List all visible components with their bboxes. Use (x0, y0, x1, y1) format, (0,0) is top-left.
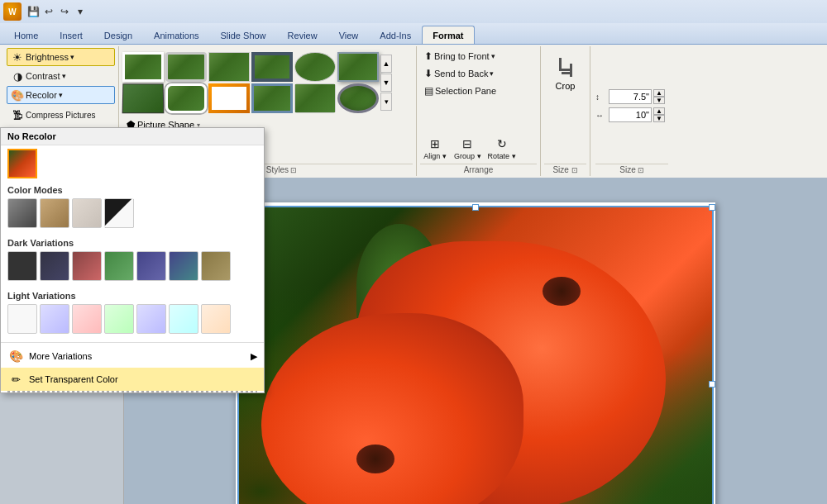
more-variations-item[interactable]: 🎨 More Variations ▶ (1, 345, 264, 368)
light-swatch-2[interactable] (40, 304, 69, 334)
office-button[interactable]: W (3, 2, 22, 21)
dark-swatch-6[interactable] (169, 251, 198, 281)
light-swatch-4[interactable] (104, 304, 134, 334)
rotate-button[interactable]: ↻ Rotate ▾ (485, 135, 519, 163)
bring-front-icon: ⬆ (424, 50, 433, 62)
dropdown-header: No Recolor (1, 128, 264, 145)
recolor-button[interactable]: 🎨 Recolor ▾ (7, 86, 115, 104)
dark-variations-grid (7, 251, 257, 281)
rotate-icon: ↻ (497, 137, 507, 150)
height-spin-down[interactable]: ▼ (653, 97, 665, 104)
width-input[interactable] (609, 107, 652, 122)
tab-format[interactable]: Format (422, 26, 474, 44)
style-thumb-5[interactable] (294, 52, 336, 82)
brightness-button[interactable]: ☀ Brightness ▾ (7, 48, 115, 66)
sepia-swatch[interactable] (40, 198, 69, 228)
contrast-icon: ◑ (11, 69, 24, 83)
tab-addins[interactable]: Add-Ins (369, 26, 422, 44)
style-thumb-6[interactable] (337, 52, 379, 82)
dark-variations-section: Dark Variations (1, 235, 264, 288)
style-thumb-3[interactable] (208, 52, 250, 82)
width-spin-up[interactable]: ▲ (653, 107, 665, 115)
style-thumb-8[interactable] (165, 83, 207, 113)
undo-qat-button[interactable]: ↩ (41, 4, 56, 19)
picture-image[interactable] (237, 206, 714, 504)
contrast-button[interactable]: ◑ Contrast ▾ (7, 67, 115, 85)
color-modes-title: Color Modes (7, 185, 257, 195)
send-back-button[interactable]: ⬇ Send to Back ▾ (420, 65, 537, 82)
height-input-row: ↕ ▲ ▼ (595, 89, 668, 104)
styles-scroll-up[interactable]: ▲ (380, 55, 392, 73)
styles-scroll-more[interactable]: ▾ (380, 93, 392, 111)
dropdown-dots-divider (7, 391, 257, 392)
styles-scroll-down[interactable]: ▼ (380, 74, 392, 92)
save-qat-button[interactable]: 💾 (26, 4, 41, 19)
compress-pictures-button[interactable]: 🗜 Compress Pictures (7, 106, 115, 124)
tab-animations[interactable]: Animations (143, 26, 209, 44)
group-button[interactable]: ⊟ Group ▾ (452, 135, 484, 163)
align-button[interactable]: ⊞ Align ▾ (420, 135, 450, 163)
selection-pane-icon: ▤ (424, 85, 433, 97)
style-thumb-7[interactable] (122, 83, 165, 113)
light-swatch-6[interactable] (169, 304, 198, 334)
washout-swatch[interactable] (72, 198, 102, 228)
black-white-swatch[interactable] (104, 198, 134, 228)
light-variations-title: Light Variations (7, 291, 257, 301)
style-thumb-9[interactable] (208, 83, 250, 113)
dark-swatch-1[interactable] (7, 251, 37, 281)
style-thumb-10[interactable] (251, 83, 293, 113)
tab-insert[interactable]: Insert (49, 26, 93, 44)
no-recolor-swatch[interactable] (7, 149, 37, 178)
picture-container[interactable] (237, 206, 714, 504)
crop-button[interactable]: Crop (547, 48, 585, 97)
dark-swatch-2[interactable] (40, 251, 69, 281)
tab-view[interactable]: View (328, 26, 370, 44)
dark-swatch-3[interactable] (72, 251, 102, 281)
style-thumb-4[interactable] (251, 52, 293, 82)
svg-rect-3 (562, 72, 572, 74)
selection-pane-button[interactable]: ▤ Selection Pane (420, 83, 537, 99)
recolor-dropdown: No Recolor Color Modes Dark Variations (0, 127, 265, 393)
no-recolor-section (1, 145, 264, 182)
picture-styles-expand-icon[interactable]: ⊡ (290, 166, 297, 174)
tab-home[interactable]: Home (3, 26, 49, 44)
tab-design[interactable]: Design (93, 26, 143, 44)
height-input[interactable] (609, 89, 652, 104)
style-thumb-1[interactable] (122, 52, 164, 82)
flower-center-main (543, 277, 581, 306)
style-thumb-2[interactable] (165, 52, 207, 82)
light-swatch-1[interactable] (7, 304, 37, 334)
dark-swatch-4[interactable] (104, 251, 134, 281)
style-thumb-12[interactable] (337, 83, 379, 113)
dark-swatch-7[interactable] (201, 251, 231, 281)
light-swatch-7[interactable] (201, 304, 231, 334)
light-swatch-3[interactable] (72, 304, 102, 334)
tab-review[interactable]: Review (277, 26, 328, 44)
set-transparent-item[interactable]: ✏ Set Transparent Color (1, 368, 264, 391)
crop-icon (552, 55, 579, 81)
width-spin-down[interactable]: ▼ (653, 115, 665, 122)
preview-image (9, 150, 36, 177)
width-label: ↔ (595, 111, 607, 120)
size-group-label: Size ⊡ (544, 164, 586, 174)
dark-swatch-5[interactable] (136, 251, 166, 281)
style-thumb-11[interactable] (294, 83, 336, 113)
size-expand-icon[interactable]: ⊡ (638, 166, 644, 174)
brightness-icon: ☀ (11, 50, 24, 64)
height-spin-up[interactable]: ▲ (653, 89, 665, 97)
flower-center-secondary (356, 445, 394, 473)
qat-dropdown-button[interactable]: ▾ (73, 4, 88, 19)
compress-icon: 🗜 (11, 108, 24, 121)
group-icon: ⊟ (462, 137, 472, 150)
width-input-row: ↔ ▲ ▼ (595, 107, 668, 122)
light-swatch-5[interactable] (136, 304, 166, 334)
svg-rect-2 (570, 64, 572, 77)
bring-front-button[interactable]: ⬆ Bring to Front ▾ (420, 48, 537, 64)
grayscale-swatch[interactable] (7, 198, 37, 228)
redo-qat-button[interactable]: ↪ (57, 4, 72, 19)
set-transparent-icon: ✏ (7, 371, 24, 388)
dropdown-divider-1 (1, 342, 264, 343)
height-label: ↕ (595, 93, 607, 102)
recolor-icon: 🎨 (11, 88, 24, 102)
tab-slideshow[interactable]: Slide Show (210, 26, 277, 44)
